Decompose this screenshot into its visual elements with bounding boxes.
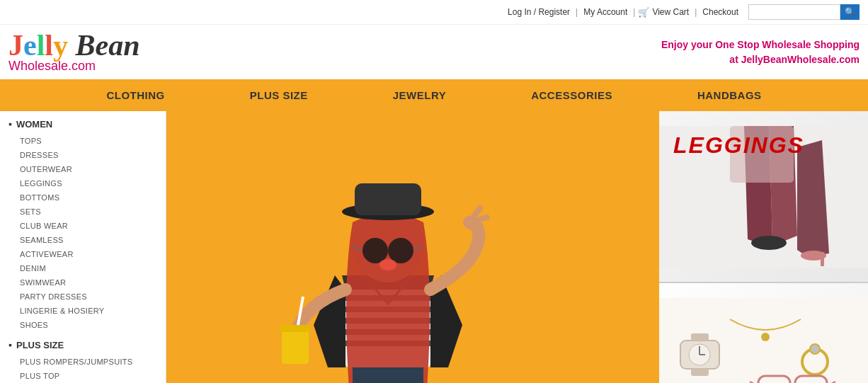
sidebar-item-swimwear[interactable]: SWIMWEAR [0, 275, 166, 290]
svg-rect-27 [821, 252, 824, 266]
side-panels: LEGGINGS [659, 111, 868, 383]
cart-link[interactable]: View Cart [652, 7, 689, 17]
accessories-svg [659, 298, 868, 384]
panel-leggings[interactable]: LEGGINGS [659, 111, 868, 283]
leggings-label: LEGGINGS [673, 132, 804, 159]
sidebar-item-leggings[interactable]: LEGGINGS [0, 176, 166, 190]
sidebar-item-bottoms[interactable]: BOTTOMS [0, 190, 166, 205]
search-input[interactable] [748, 4, 840, 20]
svg-point-37 [810, 344, 820, 354]
logo[interactable]: Jelly Bean Wholesale.com [8, 30, 140, 74]
nav-accessories[interactable]: ACCESSORIES [489, 79, 655, 111]
svg-rect-19 [280, 325, 310, 332]
sidebar-item-plus-rompers[interactable]: PLUS ROMPERS/JUMPSUITS [0, 355, 166, 369]
svg-point-24 [751, 236, 787, 250]
sidebar-item-activewear[interactable]: ACTIVEWEAR [0, 247, 166, 261]
sidebar-section-women: WOMEN [0, 111, 166, 134]
sidebar-item-dresses[interactable]: DRESSES [0, 148, 166, 162]
login-link[interactable]: Log In / Register [508, 7, 570, 17]
svg-point-11 [388, 238, 413, 263]
top-bar: Log In / Register | My Account | 🛒 View … [0, 0, 868, 25]
sidebar-section-plus-size: PLUS SIZE [0, 332, 166, 355]
hero-image [166, 111, 659, 383]
tagline-line2: at JellyBeanWholesale.com [661, 52, 860, 67]
sidebar-item-lingerie[interactable]: LINGERIE & HOSIERY [0, 304, 166, 318]
sep2: | [633, 7, 635, 17]
svg-rect-9 [355, 183, 421, 215]
panel-accessories[interactable]: ACCESSORIES [659, 283, 868, 383]
main-content: LEGGINGS [166, 111, 868, 383]
sep3: | [695, 7, 697, 17]
svg-rect-31 [691, 369, 709, 376]
hero-svg [166, 141, 659, 383]
logo-wholesale: Wholesale.com [8, 59, 140, 74]
checkout-link[interactable]: Checkout [702, 7, 738, 17]
header: Jelly Bean Wholesale.com Enjoy your One … [0, 25, 868, 79]
cart-icon: 🛒 [638, 7, 649, 18]
nav-handbags[interactable]: HANDBAGS [655, 79, 804, 111]
svg-rect-21 [353, 367, 388, 383]
sidebar-item-party-dresses[interactable]: PARTY DRESSES [0, 290, 166, 304]
tagline-line1: Enjoy your One Stop Wholesale Shopping [661, 38, 860, 52]
nav-jewelry[interactable]: JEWELRY [350, 79, 489, 111]
svg-rect-30 [691, 333, 709, 341]
sidebar-item-shoes[interactable]: SHOES [0, 318, 166, 332]
content-area: WOMEN TOPS DRESSES OUTERWEAR LEGGINGS BO… [0, 111, 868, 383]
account-link[interactable]: My Account [583, 7, 627, 17]
svg-point-10 [362, 238, 388, 263]
svg-rect-18 [282, 328, 309, 364]
sep1: | [576, 7, 578, 17]
nav-clothing[interactable]: CLOTHING [64, 79, 207, 111]
svg-point-15 [379, 259, 396, 270]
logo-main-text: Jelly Bean [8, 30, 140, 60]
sidebar-item-seamless[interactable]: SEAMLESS [0, 233, 166, 247]
sidebar-item-denim[interactable]: DENIM [0, 261, 166, 275]
sidebar-item-plus-top[interactable]: PLUS TOP [0, 369, 166, 383]
sidebar-item-sets[interactable]: SETS [0, 205, 166, 219]
sidebar-item-club-wear[interactable]: CLUB WEAR [0, 219, 166, 233]
svg-point-35 [761, 333, 770, 341]
nav-plus-size[interactable]: PLUS SIZE [207, 79, 350, 111]
sidebar: WOMEN TOPS DRESSES OUTERWEAR LEGGINGS BO… [0, 111, 166, 383]
header-tagline: Enjoy your One Stop Wholesale Shopping a… [661, 38, 860, 67]
search-button[interactable]: 🔍 [840, 4, 860, 20]
sidebar-item-outerwear[interactable]: OUTERWEAR [0, 162, 166, 176]
nav-bar: CLOTHING PLUS SIZE JEWELRY ACCESSORIES H… [0, 79, 868, 111]
hero-row: LEGGINGS [166, 111, 868, 383]
svg-rect-22 [388, 367, 423, 383]
sidebar-item-tops[interactable]: TOPS [0, 134, 166, 148]
search-box: 🔍 [748, 4, 860, 20]
